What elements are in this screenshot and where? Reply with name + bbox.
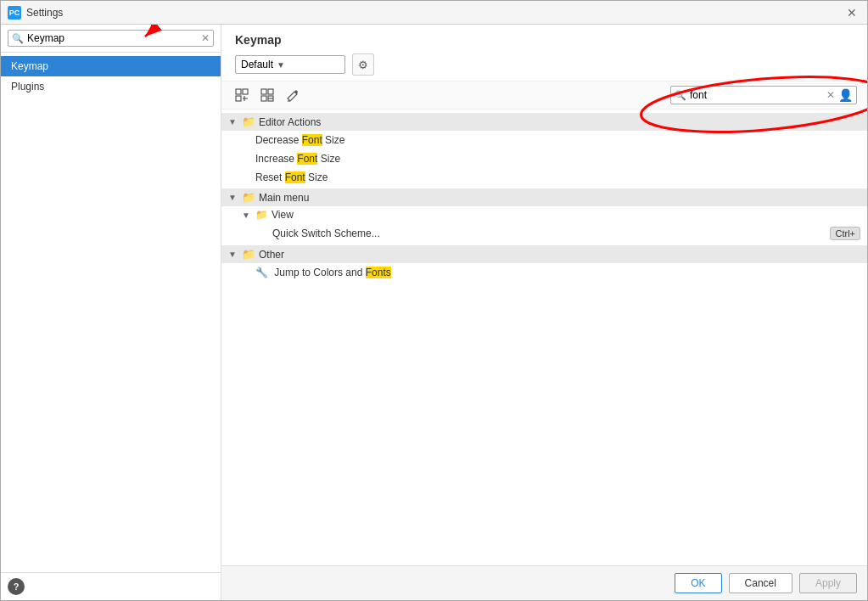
collapse-all-button[interactable] xyxy=(257,85,277,105)
tree-item-reset-font[interactable]: Reset Font Size xyxy=(221,168,867,187)
clear-search-button[interactable]: ✕ xyxy=(201,32,210,44)
highlight-font-1: Font xyxy=(302,134,322,146)
group-label-other: Other xyxy=(259,249,284,261)
tree-group-editor-actions: ▼ 📁 Editor Actions Decrease Font Size In… xyxy=(221,113,867,187)
sidebar-item-keymap[interactable]: Keymap xyxy=(1,56,221,76)
svg-rect-3 xyxy=(236,96,241,101)
tree-item-label-reset-font: Reset Font Size xyxy=(255,171,860,183)
chevron-down-icon: ▼ xyxy=(228,117,238,126)
bottom-bar: OK Cancel Apply xyxy=(221,565,867,600)
tree-item-label-quick-switch: Quick Switch Scheme... xyxy=(272,227,830,239)
title-bar: PC Settings ✕ xyxy=(1,1,867,25)
help-button[interactable]: ? xyxy=(8,578,25,595)
collapse-all-icon xyxy=(260,88,274,102)
sidebar-bottom: ? xyxy=(1,572,221,600)
sidebar-search-input[interactable] xyxy=(27,32,198,44)
panel-title: Keymap xyxy=(235,33,854,47)
sidebar-item-plugins[interactable]: Plugins xyxy=(1,76,221,97)
folder-icon: 📁 xyxy=(242,191,255,204)
keymap-search-icon: 🔍 xyxy=(675,90,686,101)
highlight-fonts: Fonts xyxy=(366,267,391,278)
close-button[interactable]: ✕ xyxy=(843,4,860,21)
chevron-down-icon: ▼ xyxy=(242,211,252,220)
cancel-button[interactable]: Cancel xyxy=(729,573,792,593)
tree-item-quick-switch[interactable]: Quick Switch Scheme... Ctrl+ xyxy=(221,223,867,244)
tree-group-other: ▼ 📁 Other 🔧 Jump to Colors and Fonts xyxy=(221,245,867,282)
svg-rect-2 xyxy=(243,89,248,94)
keymap-search-clear-button[interactable]: ✕ xyxy=(826,89,835,101)
keymap-search-wrapper: 🔍 ✕ 👤 xyxy=(670,86,857,104)
highlight-font-2: Font xyxy=(297,153,317,165)
subgroup-label-view: View xyxy=(272,209,294,221)
keymap-search-box[interactable]: 🔍 ✕ 👤 xyxy=(670,86,857,104)
window-title: Settings xyxy=(26,7,63,19)
tree-item-label-decrease-font: Decrease Font Size xyxy=(255,134,860,146)
highlight-font-3: Font xyxy=(285,171,305,183)
apply-button[interactable]: Apply xyxy=(799,573,857,593)
group-label-main-menu: Main menu xyxy=(259,192,309,204)
svg-rect-1 xyxy=(236,89,241,94)
svg-rect-8 xyxy=(261,96,266,101)
shortcut-badge-quick-switch: Ctrl+ xyxy=(830,227,860,240)
main-panel: Keymap Default ▼ ⚙ xyxy=(221,25,867,600)
gear-button[interactable]: ⚙ xyxy=(352,53,374,76)
tree-item-decrease-font[interactable]: Decrease Font Size xyxy=(221,131,867,149)
chevron-down-icon: ▼ xyxy=(228,193,238,202)
tree-group-main-menu: ▼ 📁 Main menu ▼ 📁 View Quick Switch Sche… xyxy=(221,188,867,244)
wrench-icon: 🔧 xyxy=(255,267,268,278)
tree-item-jump-colors[interactable]: 🔧 Jump to Colors and Fonts xyxy=(221,263,867,282)
sidebar-search-bar: 🔍 ✕ xyxy=(1,25,221,53)
panel-header: Keymap Default ▼ ⚙ xyxy=(221,25,867,81)
tree-item-increase-font[interactable]: Increase Font Size xyxy=(221,149,867,168)
app-icon: PC xyxy=(8,6,21,20)
nav-items: Keymap Plugins xyxy=(1,53,221,572)
tree-item-label-increase-font: Increase Font Size xyxy=(255,153,860,165)
sidebar: 🔍 ✕ Keymap xyxy=(1,25,221,600)
panel-controls: Default ▼ ⚙ xyxy=(235,53,854,76)
tree-group-header-other[interactable]: ▼ 📁 Other xyxy=(221,245,867,263)
tree-group-header-main-menu[interactable]: ▼ 📁 Main menu xyxy=(221,188,867,206)
edit-button[interactable] xyxy=(283,85,303,105)
expand-all-button[interactable] xyxy=(232,85,252,105)
search-icon: 🔍 xyxy=(12,33,24,44)
title-bar-left: PC Settings xyxy=(8,6,63,20)
toolbar-left xyxy=(232,85,303,105)
expand-all-icon xyxy=(235,88,249,102)
folder-icon: 📁 xyxy=(242,248,255,261)
scheme-value: Default xyxy=(241,59,273,70)
settings-window: PC Settings ✕ 🔍 ✕ xyxy=(0,0,868,601)
tree-container: ▼ 📁 Editor Actions Decrease Font Size In… xyxy=(221,110,867,565)
keymap-search-input[interactable] xyxy=(690,89,823,101)
svg-rect-7 xyxy=(268,89,273,94)
keymap-search-person-button[interactable]: 👤 xyxy=(838,88,853,102)
main-content: 🔍 ✕ Keymap xyxy=(1,25,867,600)
tree-subgroup-header-view[interactable]: ▼ 📁 View xyxy=(221,206,867,223)
sidebar-search-wrapper[interactable]: 🔍 ✕ xyxy=(8,30,214,47)
chevron-down-icon: ▼ xyxy=(228,250,238,259)
scheme-dropdown[interactable]: Default ▼ xyxy=(235,55,345,74)
ok-button[interactable]: OK xyxy=(675,573,721,593)
edit-icon xyxy=(286,88,300,102)
tree-item-label-jump-colors: 🔧 Jump to Colors and Fonts xyxy=(255,267,860,278)
toolbar: 🔍 ✕ 👤 xyxy=(221,81,867,110)
svg-rect-6 xyxy=(261,89,266,94)
tree-group-header-editor-actions[interactable]: ▼ 📁 Editor Actions xyxy=(221,113,867,131)
chevron-down-icon: ▼ xyxy=(277,60,285,70)
folder-icon: 📁 xyxy=(255,209,268,221)
folder-icon: 📁 xyxy=(242,115,255,128)
group-label-editor-actions: Editor Actions xyxy=(259,116,321,128)
